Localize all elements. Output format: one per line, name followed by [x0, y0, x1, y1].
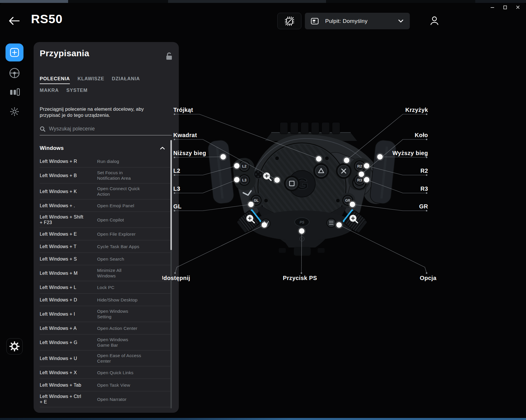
callout-dot-r3[interactable]: [363, 176, 371, 184]
sidebar-item-levels[interactable]: [8, 86, 21, 99]
sidebar-item-wheel[interactable]: [8, 67, 21, 79]
callout-dot-square[interactable]: [273, 176, 281, 184]
callout-dot-triangle[interactable]: [315, 155, 323, 163]
command-row[interactable]: Left Windows + S Open Search: [40, 253, 172, 265]
svg-text:R3: R3: [357, 178, 362, 182]
command-row[interactable]: Left Windows + D Hide/Show Desktop: [40, 294, 172, 306]
taskbar-strip: [0, 418, 526, 420]
command-key: Left Windows + S: [40, 256, 97, 262]
command-key: Left Windows + I: [40, 311, 97, 317]
callout-dot-l3[interactable]: [233, 176, 241, 184]
wheel-illustration: G: [162, 101, 526, 304]
minimize-button[interactable]: [488, 3, 496, 11]
command-row[interactable]: Left Windows + K Open Connect Quick Acti…: [40, 183, 172, 199]
upshift-paddle[interactable]: [370, 139, 397, 204]
maximize-button[interactable]: [501, 3, 509, 11]
callout-label-krzyzyk: Krzyżyk: [405, 107, 428, 113]
command-key: Left Windows + R: [40, 159, 97, 164]
callout-dot-gl[interactable]: [247, 201, 255, 208]
callout-label-gl: GL: [173, 203, 182, 210]
settings-button[interactable]: [6, 338, 23, 354]
command-key: Left Windows + M: [40, 270, 97, 276]
search-icon: [40, 126, 45, 132]
chip-disabled-icon: [284, 15, 295, 27]
callout-dot-gr[interactable]: [349, 201, 356, 208]
command-action: Run dialog: [97, 159, 149, 164]
command-row[interactable]: Left Windows + T Cycle Task Bar Apps: [40, 240, 172, 253]
svg-text:R2: R2: [357, 164, 362, 168]
callout-dot-upshift[interactable]: [376, 153, 384, 161]
triangle-button[interactable]: [313, 163, 329, 179]
page-title: RS50: [31, 12, 63, 26]
svg-text:GL: GL: [254, 199, 259, 203]
back-button[interactable]: [8, 16, 20, 26]
svg-text:L3: L3: [242, 178, 246, 182]
command-action: Open Ease of Access Center: [97, 353, 149, 364]
command-action: Open Windows Game Bar: [97, 337, 149, 348]
callout-label-kwadrat: Kwadrat: [173, 132, 197, 138]
search-field: [40, 126, 172, 135]
onboard-memory-button[interactable]: [277, 13, 301, 29]
command-key: Left Windows + T: [40, 244, 97, 249]
tab-system[interactable]: SYSTEM: [66, 88, 88, 95]
command-list: Left Windows + R Run dialog Left Windows…: [40, 155, 172, 407]
command-row[interactable]: Left Windows + . Open Emoji Panel: [40, 199, 172, 212]
command-row[interactable]: Left Windows + Ctrl + E Open Narrator: [40, 391, 172, 407]
command-action: Open Quick Links: [97, 370, 149, 375]
callout-label-r2: R2: [421, 168, 428, 174]
callout-dot-ps[interactable]: [298, 227, 306, 235]
window-controls: [488, 3, 522, 11]
callout-label-wyzszy-bieg: Wyższy bieg: [392, 150, 428, 156]
ps-button[interactable]: PS: [295, 218, 309, 226]
levels-icon: [8, 86, 21, 99]
command-action: Hide/Show Desktop: [97, 297, 149, 303]
command-row[interactable]: Left Windows + L Lock PC: [40, 281, 172, 294]
command-row[interactable]: Left Windows + B Set Focus in Notificati…: [40, 168, 172, 183]
callout-dot-l2[interactable]: [233, 162, 241, 170]
background-window-strip: [0, 0, 526, 3]
cross-button[interactable]: [336, 163, 352, 179]
command-row[interactable]: Left Windows + A Open Action Center: [40, 322, 172, 334]
command-row[interactable]: Left Windows + R Run dialog: [40, 155, 172, 168]
command-action: Open Copilot: [97, 217, 149, 223]
panel-description: Przeciągnij polecenie na element docelow…: [40, 106, 165, 118]
close-button[interactable]: [514, 3, 522, 11]
command-action: Open Emoji Panel: [97, 203, 149, 208]
callout-dot-options[interactable]: [335, 221, 343, 229]
tab-dzialania[interactable]: DZIAŁANIA: [112, 76, 140, 83]
sidebar-item-lighting[interactable]: [8, 105, 21, 118]
command-row[interactable]: Left Windows + G Open Windows Game Bar: [40, 334, 172, 350]
tab-makra[interactable]: MAKRA: [40, 88, 59, 95]
tab-klawisze[interactable]: KLAWISZE: [77, 76, 104, 83]
joystick-nub[interactable]: [254, 170, 263, 179]
tab-polecenia[interactable]: POLECENIA: [40, 76, 70, 83]
command-action: Open Connect Quick Action: [97, 186, 149, 197]
command-row[interactable]: Left Windows + Shift + F23 Open Copilot: [40, 212, 172, 228]
callout-dot-share[interactable]: [261, 221, 268, 229]
lighting-icon: [8, 105, 21, 118]
callout-dot-cross[interactable]: [343, 157, 351, 164]
command-row[interactable]: Left Windows + Tab Open Task View: [40, 379, 172, 391]
callout-dot-downshift[interactable]: [219, 153, 227, 161]
square-button[interactable]: [284, 176, 300, 191]
unlocked-padlock-icon[interactable]: [166, 52, 173, 60]
account-button[interactable]: [428, 14, 441, 27]
command-action: Set Focus in Notification Area: [97, 170, 149, 181]
sidebar-item-assignments[interactable]: [6, 43, 23, 61]
callout-dot-r2[interactable]: [363, 162, 371, 170]
options-button[interactable]: [326, 218, 336, 228]
callout-label-l2: L2: [173, 168, 180, 174]
search-input[interactable]: [49, 126, 172, 132]
assignment-tabs: POLECENIA KLAWISZE DZIAŁANIA MAKRA SYSTE…: [40, 76, 173, 95]
profile-dropdown[interactable]: Pulpit: Domyślny: [305, 13, 410, 29]
command-row[interactable]: Left Windows + M Minimize All Windows: [40, 265, 172, 281]
command-row[interactable]: Left Windows + X Open Quick Links: [40, 366, 172, 379]
command-action: Open Action Center: [97, 326, 149, 331]
command-row[interactable]: Left Windows + E Open File Explorer: [40, 228, 172, 240]
command-row[interactable]: Left Windows + U Open Ease of Access Cen…: [40, 350, 172, 366]
command-key: Left Windows + Ctrl + E: [40, 394, 97, 405]
command-key: Left Windows + D: [40, 297, 97, 303]
command-key: Left Windows + A: [40, 326, 97, 331]
command-key: Left Windows + L: [40, 285, 97, 290]
command-row[interactable]: Left Windows + I Open Windows Setting: [40, 306, 172, 322]
